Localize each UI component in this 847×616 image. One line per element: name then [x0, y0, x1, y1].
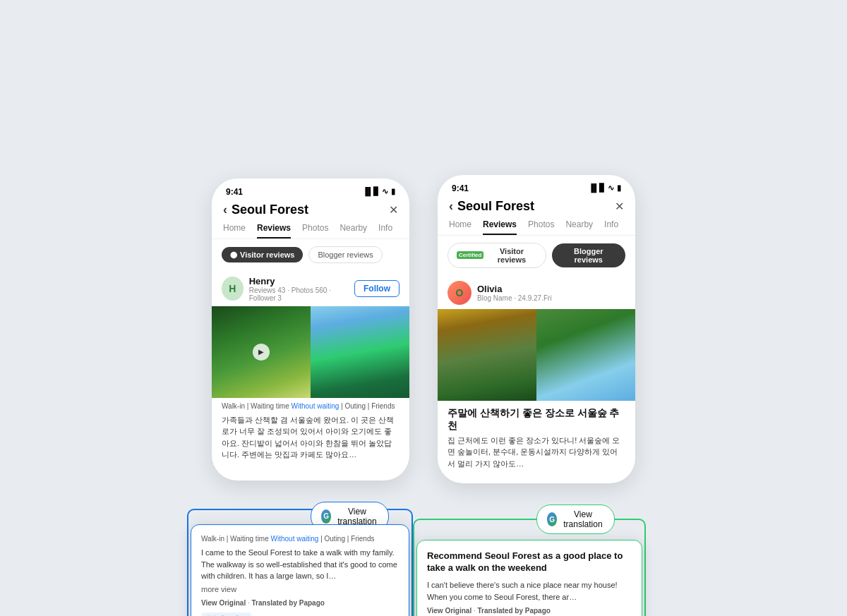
popup-tag-highlight-1: Without waiting [271, 535, 319, 543]
popup-text-2: I can't believe there's such a nice plac… [427, 579, 632, 603]
photo-left-2 [438, 309, 536, 401]
wifi-icon: ∿ [382, 187, 388, 196]
blogger-reviews-btn-2[interactable]: Blogger reviews [552, 243, 625, 267]
tab-photos-2[interactable]: Photos [528, 219, 554, 235]
translation-popup-1: Walk-in | Waiting time Without waiting |… [191, 524, 409, 616]
avatar-1: H [222, 277, 244, 301]
view-translation-btn-2[interactable]: G View translation [536, 505, 615, 534]
close-button-2[interactable]: ✕ [615, 200, 624, 213]
battery-icon-2: ▮ [617, 183, 621, 193]
tag-badge-1: 🇰🇷 nice view [201, 612, 251, 617]
blogger-reviews-btn-1[interactable]: Blogger reviews [308, 246, 382, 263]
tab-reviews-2[interactable]: Reviews [483, 219, 517, 235]
review-type-bar-2: Certified Visitor reviews Blogger review… [438, 236, 635, 275]
popup-tags-1: Walk-in | Waiting time Without waiting |… [201, 535, 399, 543]
battery-icon: ▮ [391, 187, 395, 196]
page-title-2: Seoul Forest [457, 199, 534, 214]
reviewer-details-2: Olivia Blog Name · 24.9.27.Fri [477, 284, 552, 302]
review-text-kr-1: 가족들과 산책할 겸 서울숲에 왔어요. 이 곳은 산책로가 너무 잘 조성되어… [212, 413, 409, 466]
popup-more-1: more view [201, 585, 399, 593]
translation-popup-2: Recommend Seoul Forest as a good place t… [416, 540, 642, 616]
tab-nearby-1[interactable]: Nearby [340, 223, 367, 238]
status-time-1: 9:41 [226, 187, 243, 197]
tab-info-2[interactable]: Info [604, 219, 618, 235]
phone-1: 9:41 ▐▌▊ ∿ ▮ ‹ Seoul Forest ✕ Home Revie… [212, 179, 409, 481]
reviewer-info-2: O Olivia Blog Name · 24.9.27.Fri [447, 281, 552, 305]
header-1: ‹ Seoul Forest ✕ [212, 200, 409, 223]
signal-icon: ▐▌▊ [362, 187, 379, 196]
signal-icon-2: ▐▌▊ [588, 183, 605, 193]
tab-info-1[interactable]: Info [378, 223, 392, 238]
status-icons-2: ▐▌▊ ∿ ▮ [588, 183, 621, 193]
reviewer-header-2: O Olivia Blog Name · 24.9.27.Fri [438, 275, 635, 309]
page-title-1: Seoul Forest [232, 203, 308, 217]
review-type-bar-1: ⬤ Visitor reviews Blogger reviews [212, 239, 409, 270]
popup-original-1: View Original · Translated by Papago [201, 599, 399, 607]
blog-text-kr-2: 집 근처에도 이런 좋은 장소가 있다니! 서울숲에 오면 숲놀이터, 분수대,… [438, 435, 635, 470]
certified-badge: Certified [457, 251, 483, 259]
tab-home-1[interactable]: Home [223, 223, 246, 238]
back-button-1[interactable]: ‹ [223, 203, 227, 217]
photo-left-1: ▶ [212, 306, 311, 398]
follow-button-1[interactable]: Follow [354, 280, 400, 297]
translate-icon-1: G [321, 509, 331, 524]
visitor-reviews-btn-2[interactable]: Certified Visitor reviews [447, 243, 546, 268]
status-bar-2: 9:41 ▐▌▊ ∿ ▮ [438, 175, 635, 196]
reviewer-name-1: Henry [249, 276, 354, 286]
reviewer-meta-1: Reviews 43 · Photos 560 · Follower 3 [249, 286, 354, 302]
tab-photos-1[interactable]: Photos [302, 223, 328, 238]
title-area-2: ‹ Seoul Forest [449, 199, 534, 214]
tab-nearby-2[interactable]: Nearby [565, 219, 593, 235]
back-button-2[interactable]: ‹ [449, 199, 453, 214]
tab-home-2[interactable]: Home [449, 219, 471, 235]
play-button-1[interactable]: ▶ [253, 344, 270, 361]
photo-grid-2 [438, 309, 635, 401]
close-button-1[interactable]: ✕ [389, 203, 398, 217]
photo-right-1 [311, 306, 409, 398]
status-bar-1: 9:41 ▐▌▊ ∿ ▮ [212, 179, 409, 200]
phone-2: 9:41 ▐▌▊ ∿ ▮ ‹ Seoul Forest ✕ Home Revie… [438, 175, 635, 484]
popup-tags-row-1: 🇰🇷 nice view +4 [201, 612, 399, 617]
popup-title-2: Recommend Seoul Forest as a good place t… [427, 550, 632, 574]
tags-row-1: Walk-in | Waiting time Without waiting |… [212, 398, 409, 413]
popup-text-1: I came to the Seoul Forest to take a wal… [201, 547, 399, 582]
reviewer-meta-2: Blog Name · 24.9.27.Fri [477, 294, 552, 302]
visitor-icon-1: ⬤ [230, 251, 237, 258]
tag-highlight-1: Without waiting [292, 402, 340, 410]
wifi-icon-2: ∿ [608, 183, 614, 193]
tab-reviews-1[interactable]: Reviews [257, 223, 291, 238]
reviewer-header-1: H Henry Reviews 43 · Photos 560 · Follow… [212, 270, 409, 306]
reviewer-name-2: Olivia [477, 284, 552, 294]
photo-grid-1: ▶ [212, 306, 409, 398]
avatar-2: O [447, 281, 471, 305]
status-icons-1: ▐▌▊ ∿ ▮ [362, 187, 395, 196]
blog-title-kr-2: 주말에 산책하기 좋은 장소로 서울숲 추천 [438, 401, 635, 435]
popup-original-2: View Original · Translated by Papago [427, 607, 632, 615]
title-area-1: ‹ Seoul Forest [223, 203, 308, 217]
flag-icon-1: 🇰🇷 [205, 614, 216, 617]
photo-right-2 [536, 309, 635, 401]
nav-tabs-2: Home Reviews Photos Nearby Info [438, 219, 635, 236]
translate-icon-2: G [547, 512, 557, 526]
header-2: ‹ Seoul Forest ✕ [438, 196, 635, 219]
visitor-reviews-btn-1[interactable]: ⬤ Visitor reviews [222, 247, 303, 262]
nav-tabs-1: Home Reviews Photos Nearby Info [212, 223, 409, 239]
reviewer-details-1: Henry Reviews 43 · Photos 560 · Follower… [249, 276, 354, 302]
status-time-2: 9:41 [452, 183, 469, 193]
reviewer-info-1: H Henry Reviews 43 · Photos 560 · Follow… [222, 276, 354, 302]
